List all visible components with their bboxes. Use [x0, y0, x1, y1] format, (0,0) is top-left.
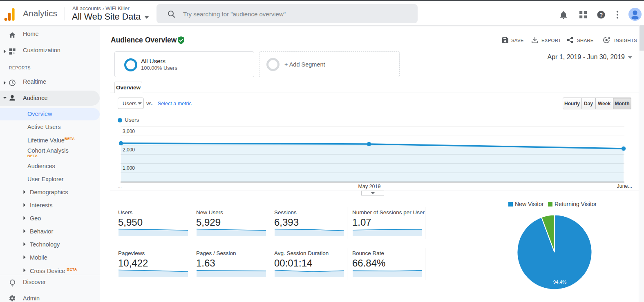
- svg-text:?: ?: [599, 12, 603, 18]
- svg-text:94.4%: 94.4%: [553, 280, 567, 284]
